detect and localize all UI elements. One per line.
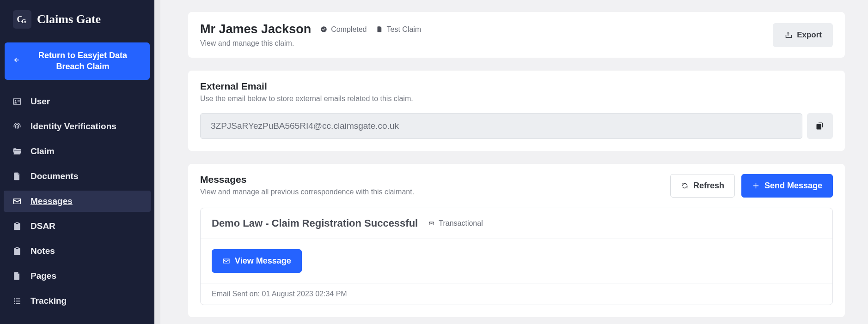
clipboard-icon	[12, 246, 22, 256]
plus-icon	[752, 182, 760, 190]
sidebar-item-notes[interactable]: Notes	[4, 240, 151, 262]
return-button[interactable]: Return to Easyjet Data Breach Claim	[5, 42, 150, 80]
send-message-button[interactable]: Send Message	[741, 174, 833, 198]
envelope-icon	[222, 257, 230, 265]
file-icon	[12, 271, 22, 281]
header-subtitle: View and manage this claim.	[200, 39, 421, 48]
sidebar-item-tracking[interactable]: Tracking	[4, 290, 151, 312]
claimant-name: Mr James Jackson	[200, 22, 311, 36]
message-title: Demo Law - Claim Registration Successful	[212, 217, 418, 229]
view-message-button[interactable]: View Message	[212, 249, 302, 273]
sidebar-item-identity-verifications[interactable]: Identity Verifications	[4, 116, 151, 137]
fingerprint-icon	[12, 122, 22, 131]
return-button-label: Return to Easyjet Data Breach Claim	[24, 50, 141, 72]
external-email-field[interactable]: 3ZPJSaRYezPuBA565RI4@cc.claimsgate.co.uk	[200, 113, 802, 139]
sidebar: CG Claims Gate Return to Easyjet Data Br…	[0, 0, 154, 324]
external-email-title: External Email	[200, 81, 833, 92]
message-item: Demo Law - Claim Registration Successful…	[200, 208, 833, 305]
arrow-left-icon	[13, 55, 20, 66]
external-email-card: External Email Use the email below to st…	[188, 71, 845, 151]
clipboard-icon	[12, 222, 22, 231]
list-icon	[12, 296, 22, 306]
send-message-button-label: Send Message	[764, 181, 822, 191]
sidebar-item-label: DSAR	[31, 221, 55, 231]
export-icon	[784, 31, 792, 39]
main-content: Mr James Jackson Completed Test Claim Vi…	[160, 0, 868, 324]
brand-logo: CG	[13, 10, 31, 29]
sidebar-item-label: Tracking	[31, 296, 67, 306]
sidebar-item-label: Claim	[31, 146, 55, 156]
export-button[interactable]: Export	[773, 23, 833, 47]
view-message-button-label: View Message	[235, 256, 291, 266]
messages-card: Messages View and manage all previous co…	[188, 164, 845, 317]
brand-name: Claims Gate	[37, 12, 101, 26]
refresh-button[interactable]: Refresh	[670, 174, 735, 198]
file-icon	[12, 172, 22, 181]
sidebar-item-label: Identity Verifications	[31, 121, 116, 132]
export-button-label: Export	[797, 30, 822, 40]
sidebar-item-user[interactable]: User	[4, 91, 151, 112]
messages-subtitle: View and manage all previous corresponde…	[200, 188, 414, 196]
refresh-button-label: Refresh	[693, 181, 724, 191]
sidebar-scrollbar[interactable]	[154, 0, 160, 324]
external-email-subtitle: Use the email below to store external em…	[200, 95, 833, 103]
messages-title: Messages	[200, 174, 414, 185]
sidebar-item-documents[interactable]: Documents	[4, 166, 151, 187]
file-check-icon	[376, 26, 383, 33]
check-circle-icon	[320, 26, 327, 33]
id-card-icon	[12, 97, 22, 106]
sidebar-item-pages[interactable]: Pages	[4, 265, 151, 287]
brand: CG Claims Gate	[0, 0, 154, 39]
copy-icon	[816, 121, 824, 131]
message-tag: Transactional	[428, 219, 483, 228]
sidebar-nav: User Identity Verifications Claim Docume…	[0, 91, 154, 315]
copy-email-button[interactable]	[807, 113, 833, 139]
sidebar-item-dsar[interactable]: DSAR	[4, 216, 151, 237]
sidebar-item-label: Messages	[31, 196, 73, 206]
envelope-icon	[428, 221, 435, 226]
sidebar-item-label: Notes	[31, 246, 55, 256]
refresh-icon	[681, 182, 689, 190]
message-footer: Email Sent on: 01 August 2023 02:34 PM	[201, 283, 832, 305]
message-tag-label: Transactional	[439, 219, 483, 228]
folder-open-icon	[12, 147, 22, 156]
sidebar-item-label: User	[31, 96, 50, 107]
claimant-header-card: Mr James Jackson Completed Test Claim Vi…	[188, 12, 845, 58]
envelope-icon	[12, 197, 22, 206]
status-label: Completed	[331, 25, 367, 34]
sidebar-item-claim[interactable]: Claim	[4, 141, 151, 162]
sidebar-item-messages[interactable]: Messages	[4, 191, 151, 212]
sidebar-item-label: Pages	[31, 271, 56, 281]
sidebar-item-label: Documents	[31, 171, 78, 181]
claim-type-badge: Test Claim	[376, 25, 422, 34]
status-badge: Completed	[320, 25, 367, 34]
claim-type-label: Test Claim	[387, 25, 422, 34]
